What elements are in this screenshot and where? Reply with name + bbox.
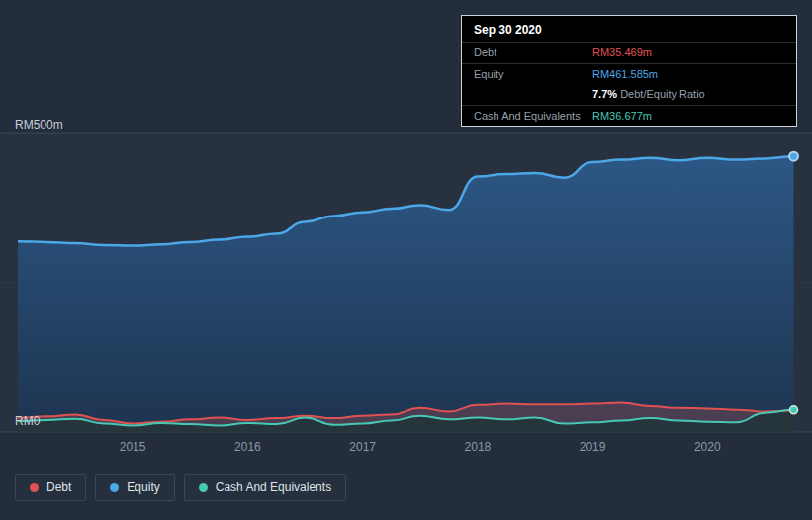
legend-item-equity[interactable]: Equity (95, 474, 174, 501)
debt-dot-icon (30, 483, 39, 492)
tooltip-row-equity: Equity RM461.585m (462, 63, 796, 85)
legend-item-debt[interactable]: Debt (15, 474, 86, 501)
svg-text:2019: 2019 (580, 440, 606, 454)
tooltip-row-ratio: 7.7% Debt/Equity Ratio (462, 84, 796, 105)
chart-panel: 201520162017201820192020 RM500m RM0 Sep … (0, 0, 812, 520)
svg-text:2016: 2016 (234, 440, 261, 454)
tooltip-row-debt: Debt RM35.469m (462, 42, 796, 63)
equity-dot-icon (110, 483, 119, 492)
y-axis-label-max: RM500m (15, 118, 63, 131)
legend-label-equity: Equity (127, 480, 159, 494)
tooltip-debt-value: RM35.469m (592, 44, 652, 61)
svg-text:2018: 2018 (465, 440, 492, 454)
svg-text:2017: 2017 (349, 440, 376, 454)
tooltip-date: Sep 30 2020 (462, 16, 796, 42)
svg-text:2015: 2015 (120, 440, 146, 454)
tooltip-ratio-value: 7.7% Debt/Equity Ratio (592, 86, 705, 103)
tooltip-row-cash: Cash And Equivalents RM36.677m (462, 105, 796, 127)
legend: Debt Equity Cash And Equivalents (15, 474, 346, 501)
legend-label-debt: Debt (46, 480, 71, 494)
tooltip-debt-label: Debt (474, 44, 592, 61)
tooltip-cash-label: Cash And Equivalents (474, 108, 592, 125)
cash-dot-icon (199, 483, 208, 492)
svg-text:2020: 2020 (694, 440, 721, 454)
tooltip-ratio-spacer (474, 86, 592, 103)
legend-label-cash: Cash And Equivalents (216, 480, 331, 494)
chart-tooltip: Sep 30 2020 Debt RM35.469m Equity RM461.… (461, 15, 797, 127)
y-axis-label-min: RM0 (15, 414, 40, 428)
tooltip-equity-label: Equity (474, 66, 592, 83)
tooltip-ratio-percent: 7.7% (592, 88, 617, 100)
tooltip-cash-value: RM36.677m (592, 108, 652, 125)
tooltip-ratio-label: Debt/Equity Ratio (620, 88, 705, 100)
tooltip-equity-value: RM461.585m (592, 66, 658, 83)
legend-item-cash[interactable]: Cash And Equivalents (184, 474, 346, 501)
